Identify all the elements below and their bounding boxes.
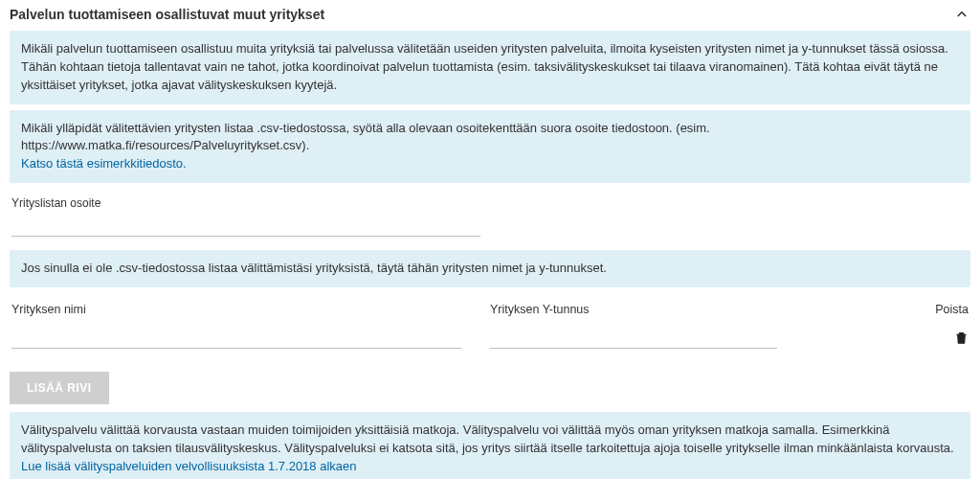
- info-text: Mikäli ylläpidät välitettävien yritysten…: [21, 121, 710, 153]
- trash-icon: [954, 334, 969, 349]
- company-list-url-input[interactable]: [11, 212, 480, 237]
- info-box-manual: Jos sinulla ei ole .csv-tiedostossa list…: [10, 250, 970, 287]
- delete-row-button[interactable]: [911, 330, 969, 349]
- company-name-input[interactable]: [11, 324, 461, 349]
- info-box-brokerage: Välityspalvelu välittää korvausta vastaa…: [10, 412, 970, 479]
- read-more-link[interactable]: Lue lisää välityspalveluiden velvollisuu…: [21, 459, 357, 473]
- table-row: [10, 320, 970, 354]
- add-row-button[interactable]: LISÄÄ RIVI: [10, 372, 109, 404]
- section-title: Palvelun tuottamiseen osallistuvat muut …: [10, 7, 324, 22]
- col-header-delete: Poista: [911, 303, 969, 316]
- company-ytunnus-input[interactable]: [490, 324, 777, 349]
- info-text: Mikäli palvelun tuottamiseen osallistuu …: [21, 41, 948, 92]
- company-table-header: Yrityksen nimi Yrityksen Y-tunnus Poista: [10, 293, 970, 320]
- section-header[interactable]: Palvelun tuottamiseen osallistuvat muut …: [10, 0, 970, 31]
- col-header-name: Yrityksen nimi: [11, 303, 490, 316]
- info-text: Välityspalvelu välittää korvausta vastaa…: [21, 422, 954, 455]
- info-box-csv: Mikäli ylläpidät välitettävien yritysten…: [10, 110, 970, 184]
- example-file-link[interactable]: Katso tästä esimerkkitiedosto.: [21, 156, 187, 171]
- info-text: Jos sinulla ei ole .csv-tiedostossa list…: [21, 261, 607, 275]
- url-field-label: Yrityslistan osoite: [11, 196, 970, 210]
- info-box-intro: Mikäli palvelun tuottamiseen osallistuu …: [10, 31, 970, 104]
- col-header-ytunnus: Yrityksen Y-tunnus: [490, 303, 911, 316]
- chevron-up-icon[interactable]: [953, 6, 970, 23]
